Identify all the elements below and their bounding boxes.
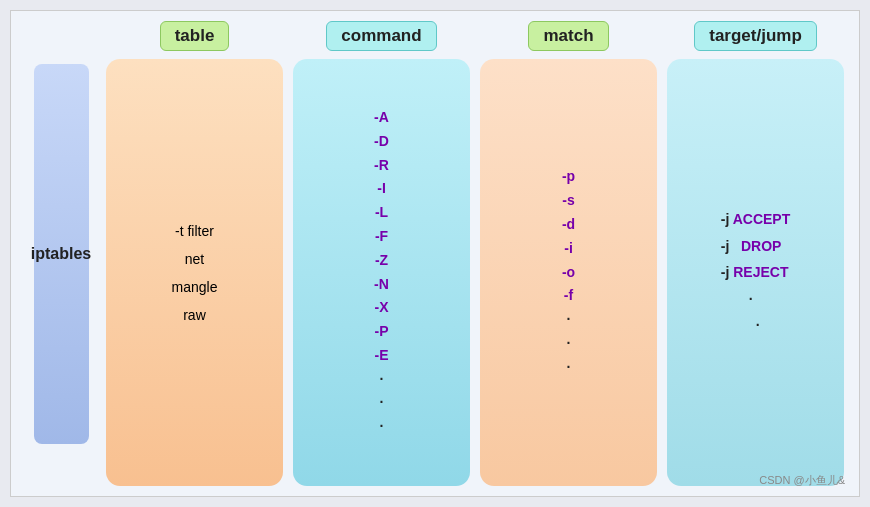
iptables-column: iptables	[26, 21, 96, 486]
col-match-content: -p -s -d -i -o -f ···	[562, 165, 575, 379]
col-target-content: -j ACCEPT -j DROP -j REJECT · ·	[721, 206, 790, 339]
match-p: -p	[562, 168, 575, 184]
col-command: command -A -D -R -I -L -F -Z -N -X -P -E…	[293, 21, 470, 486]
cmd-n: -N	[374, 276, 389, 292]
match-dots: ···	[567, 311, 571, 375]
col-command-body: -A -D -R -I -L -F -Z -N -X -P -E ···	[293, 59, 470, 486]
target-drop: DROP	[741, 238, 781, 254]
cmd-dots: ···	[380, 371, 384, 435]
cmd-z: -Z	[375, 252, 388, 268]
col-target-header: target/jump	[694, 21, 817, 51]
table-net: net	[185, 251, 204, 267]
col-target: target/jump -j ACCEPT -j DROP -j REJECT …	[667, 21, 844, 486]
diagram-container: iptables table -t filter net mangle raw …	[10, 10, 860, 497]
col-command-header: command	[326, 21, 436, 51]
match-f: -f	[564, 287, 573, 303]
target-j1: -j	[721, 211, 733, 227]
cmd-e: -E	[375, 347, 389, 363]
cmd-d: -D	[374, 133, 389, 149]
match-s: -s	[562, 192, 574, 208]
col-target-body: -j ACCEPT -j DROP -j REJECT · ·	[667, 59, 844, 486]
columns-wrapper: iptables table -t filter net mangle raw …	[26, 21, 844, 486]
col-table-header: table	[160, 21, 230, 51]
col-table: table -t filter net mangle raw	[106, 21, 283, 486]
target-j3: -j	[721, 264, 733, 280]
table-raw: raw	[183, 307, 206, 323]
col-match-header: match	[528, 21, 608, 51]
col-command-content: -A -D -R -I -L -F -Z -N -X -P -E ···	[374, 106, 389, 439]
target-dots: · ·	[721, 291, 760, 334]
col-match-body: -p -s -d -i -o -f ···	[480, 59, 657, 486]
col-table-content: -t filter net mangle raw	[172, 217, 218, 329]
match-o: -o	[562, 264, 575, 280]
iptables-bar: iptables	[34, 64, 89, 444]
cmd-l: -L	[375, 204, 388, 220]
col-match: match -p -s -d -i -o -f ···	[480, 21, 657, 486]
iptables-label: iptables	[31, 245, 91, 263]
cmd-x: -X	[375, 299, 389, 315]
table-filter: filter	[187, 223, 213, 239]
cmd-r: -R	[374, 157, 389, 173]
watermark: CSDN @小鱼儿&	[759, 473, 845, 488]
target-j2: -j	[721, 238, 741, 254]
match-d: -d	[562, 216, 575, 232]
cmd-a: -A	[374, 109, 389, 125]
target-accept: ACCEPT	[733, 211, 791, 227]
cmd-p: -P	[375, 323, 389, 339]
table-flag: -t	[175, 223, 187, 239]
col-table-body: -t filter net mangle raw	[106, 59, 283, 486]
target-reject: REJECT	[733, 264, 788, 280]
match-i: -i	[564, 240, 573, 256]
cmd-f: -F	[375, 228, 388, 244]
table-mangle: mangle	[172, 279, 218, 295]
cmd-i: -I	[377, 180, 386, 196]
